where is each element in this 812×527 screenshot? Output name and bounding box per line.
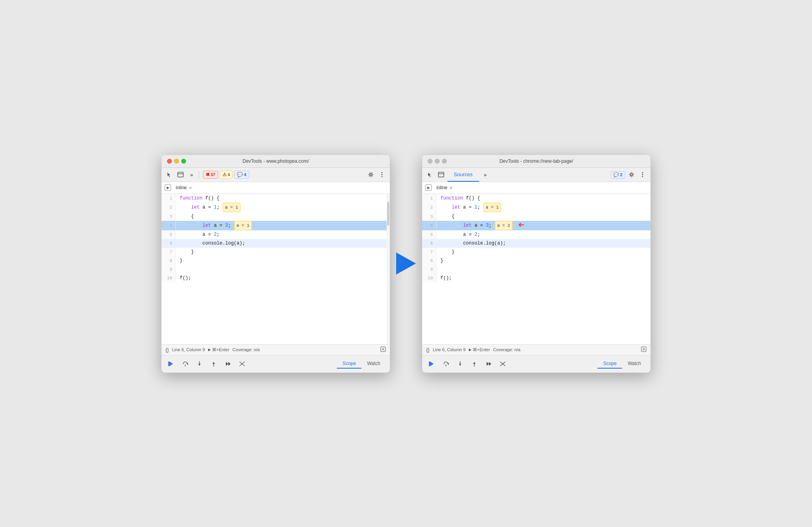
screenshot-container: DevTools - www.photopea.com/ »: [145, 139, 667, 389]
code-area-wrapper-2: 1 function f() { 2 let a = 1; a = 1 3: [422, 194, 650, 344]
big-arrow-right: [396, 252, 416, 275]
badge-container-1: ✖ 37 ⚠ 4 💬 4: [203, 171, 249, 179]
code-line-2-3: 3 {: [422, 212, 650, 221]
file-tab-2[interactable]: inline ✕: [433, 184, 456, 191]
traffic-lights-1: [167, 159, 186, 164]
scrollbar-1[interactable]: [387, 194, 390, 344]
scroll-icon-1[interactable]: [380, 346, 386, 353]
scroll-icon-2[interactable]: [641, 346, 647, 353]
deactivate-btn-1[interactable]: [237, 358, 248, 369]
code-line-2-10: 10 f();: [422, 274, 650, 282]
sources-tab-2[interactable]: Sources: [447, 168, 479, 182]
toolbar-right-1: [366, 170, 387, 179]
debug-tabs-1: Scope Watch: [337, 359, 386, 369]
close-button-2[interactable]: [428, 159, 432, 164]
menu-icon-2[interactable]: [638, 170, 647, 179]
svg-marker-38: [489, 362, 491, 366]
code-line-2-2: 2 let a = 1; a = 1: [422, 203, 650, 212]
svg-marker-34: [459, 364, 461, 366]
file-tab-bar-2: ▶ inline ✕: [422, 182, 650, 194]
file-tab-1[interactable]: inline ✕: [173, 184, 195, 191]
svg-marker-37: [487, 362, 489, 366]
value-badge-1-2: a = 1: [223, 203, 241, 212]
code-area-2: 1 function f() { 2 let a = 1; a = 1 3: [422, 194, 650, 344]
run-icon-2[interactable]: ▶: [425, 184, 432, 191]
format-icon-2[interactable]: {}: [426, 347, 430, 353]
step-over-btn-2[interactable]: [440, 358, 451, 369]
watch-tab-1[interactable]: Watch: [361, 359, 386, 369]
deactivate-btn-2[interactable]: [497, 358, 508, 369]
step-btn-2[interactable]: [483, 358, 494, 369]
toolbar-2: Sources » 💬2: [422, 168, 650, 182]
code-line-1-3: 3 {: [162, 212, 390, 221]
run-eval-1[interactable]: ▶ ⌘+Enter: [208, 347, 229, 352]
warning-badge-1: ⚠ 4: [220, 171, 233, 179]
close-button-1[interactable]: [167, 159, 172, 164]
code-line-2-6: 6 console.log(a);: [422, 239, 650, 248]
sep-1: [199, 171, 199, 179]
run-icon-1[interactable]: ▶: [165, 184, 171, 191]
cursor-icon-1[interactable]: [165, 170, 174, 179]
minimize-button-2[interactable]: [435, 159, 440, 164]
traffic-lights-2: [428, 159, 447, 164]
msg-badge-2: 💬2: [611, 171, 625, 179]
dock-icon-1[interactable]: [176, 170, 185, 179]
menu-icon-1[interactable]: [377, 170, 387, 179]
status-position-2: Line 6, Column 9: [433, 347, 466, 352]
dock-icon-2[interactable]: [436, 170, 446, 179]
minimize-button-1[interactable]: [174, 159, 179, 164]
file-tab-close-2[interactable]: ✕: [449, 186, 453, 190]
debug-toolbar-1: Scope Watch: [162, 355, 390, 373]
svg-point-24: [642, 174, 643, 175]
step-btn-1[interactable]: [222, 358, 233, 369]
code-line-1-9: 9: [162, 265, 390, 274]
svg-point-4: [382, 172, 383, 173]
maximize-button-1[interactable]: [181, 159, 186, 164]
svg-marker-29: [430, 361, 434, 366]
file-tab-close-1[interactable]: ✕: [189, 186, 192, 190]
code-line-2-4: 4 let a = 3; a = 2 ➜: [422, 221, 650, 230]
code-line-2-1: 1 function f() {: [422, 194, 650, 203]
file-tab-bar-1: ▶ inline ✕: [162, 182, 390, 194]
scope-tab-2[interactable]: Scope: [598, 359, 622, 369]
code-line-1-5: 5 a = 2;: [162, 230, 390, 239]
code-line-2-5: 5 a = 2;: [422, 230, 650, 239]
code-line-1-6: 6 console.log(a);: [162, 239, 390, 248]
value-badge-2-4: a = 2: [495, 221, 513, 230]
svg-marker-15: [198, 364, 201, 366]
scope-tab-1[interactable]: Scope: [337, 359, 361, 369]
red-arrow-annotation: ➜: [518, 221, 524, 230]
svg-rect-20: [438, 172, 444, 177]
code-area-wrapper-1: 1 function f() { 2 let a = 1; a = 1 3: [162, 194, 390, 344]
step-into-btn-1[interactable]: [194, 358, 205, 369]
cursor-icon-2[interactable]: [425, 170, 435, 179]
run-eval-2[interactable]: ▶ ⌘+Enter: [469, 347, 490, 352]
step-over-btn-1[interactable]: [180, 358, 191, 369]
svg-point-5: [382, 174, 383, 175]
resume-btn-1[interactable]: [165, 358, 177, 369]
maximize-button-2[interactable]: [442, 159, 447, 164]
watch-tab-2[interactable]: Watch: [622, 359, 647, 369]
code-line-2-9: 9: [422, 265, 650, 274]
devtools-window-1: DevTools - www.photopea.com/ »: [161, 154, 390, 373]
resume-btn-2[interactable]: [426, 358, 437, 369]
scrollbar-thumb-1: [387, 202, 389, 226]
settings-icon-1[interactable]: [366, 170, 376, 179]
debug-toolbar-2: Scope Watch: [422, 355, 650, 373]
value-badge-1-4: a = 1: [234, 221, 252, 230]
format-icon-1[interactable]: {}: [165, 347, 169, 353]
step-out-btn-2[interactable]: [469, 358, 480, 369]
toolbar-1: » ✖ 37 ⚠ 4 💬 4: [162, 168, 390, 182]
more-tabs-icon-1[interactable]: »: [187, 170, 196, 179]
code-line-1-8: 8 }: [162, 256, 390, 265]
svg-marker-31: [448, 363, 449, 365]
code-line-1-1: 1 function f() {: [162, 194, 390, 203]
step-out-btn-1[interactable]: [208, 358, 219, 369]
more-tabs-icon-2[interactable]: »: [481, 170, 490, 179]
info-badge-1: 💬 4: [234, 171, 249, 179]
code-line-2-8: 8 }: [422, 256, 650, 265]
more-tabs-label-1: »: [190, 172, 193, 178]
svg-marker-19: [228, 362, 231, 366]
settings-icon-2[interactable]: [627, 170, 636, 179]
step-into-btn-2[interactable]: [455, 358, 466, 369]
